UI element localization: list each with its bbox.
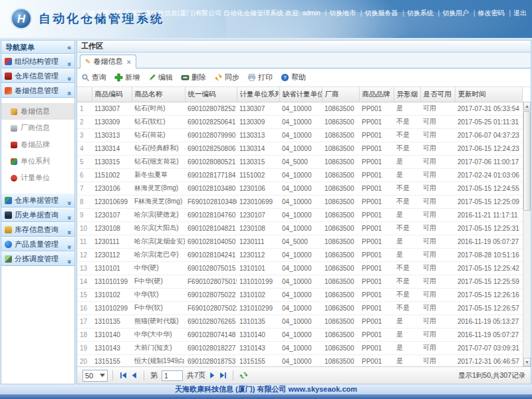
sidebar-group-inventory-query[interactable]: 库存信息查询 » xyxy=(1,222,74,237)
refresh-button[interactable] xyxy=(238,370,249,381)
cell: F6901028103480 xyxy=(185,195,237,208)
column-header[interactable]: 商品编码 xyxy=(92,87,132,102)
sidebar-group-org-structure[interactable]: 组织结构管理 » xyxy=(1,54,74,68)
column-header[interactable]: 是否可用 xyxy=(420,87,455,102)
table-row[interactable]: 131310101中华(硬)6901028075015131010104_100… xyxy=(77,261,523,275)
switch-city-link[interactable]: 切换地市 xyxy=(329,9,356,17)
cell: 是 xyxy=(394,235,420,248)
footer-text: 天海欧康科技信息 (厦门) 有限公司 www.skyseaok.com xyxy=(0,384,532,394)
cell: 10863500 xyxy=(322,235,359,248)
table-row[interactable]: 181310140中华(大中华)6901028074148131014004_1… xyxy=(77,328,523,341)
cell: 1130309 xyxy=(92,115,132,128)
cell: 2017-05-15 12:25:31 xyxy=(455,221,523,235)
sidebar-item-measure-unit[interactable]: 计量单位 xyxy=(1,170,74,186)
sidebar-item-cigarette-brand[interactable]: 卷烟品牌 xyxy=(1,136,74,153)
table-row[interactable]: 61151002新冬虫夏草6901028177184115100204_1000… xyxy=(77,168,523,182)
table-row[interactable]: 51130315钻石(细支荷花)6901028080521113031504_5… xyxy=(77,155,523,168)
column-header[interactable]: 异形烟 xyxy=(394,87,420,102)
table-row[interactable]: 171310135熊猫(硬时代版)6901028076265131013504_… xyxy=(77,315,523,328)
sidebar-item-unit-series[interactable]: 单位系列 xyxy=(1,153,74,170)
tab-close-icon[interactable]: × xyxy=(126,58,130,66)
table-row[interactable]: 31130313钻石(荷花)6901028079990113031304_100… xyxy=(77,128,523,142)
sidebar-group-quality-manage[interactable]: 产品质量管理 » xyxy=(1,237,74,251)
column-header[interactable]: 统一编码 xyxy=(185,87,237,102)
cell: 可用 xyxy=(420,102,455,115)
table-row[interactable]: 91230107哈尔滨(硬德龙)6901028104760123010704_1… xyxy=(77,208,523,221)
cell: 大前门(短支) xyxy=(132,341,185,354)
column-header[interactable]: 更新时间 xyxy=(455,87,523,102)
prev-page-button[interactable] xyxy=(128,370,139,381)
sidebar-header: 导航菜单 « xyxy=(1,41,74,54)
table-row[interactable]: 121230112哈尔滨(老巴夺)6901028104241123011204_… xyxy=(77,248,523,261)
column-header[interactable]: 商品名称 xyxy=(132,87,185,102)
switch-server-link[interactable]: 切换服务器 xyxy=(364,9,398,17)
cell: PP001 xyxy=(359,142,394,155)
page-size-select[interactable]: 50 xyxy=(82,370,108,382)
table-scrollbar[interactable]: ▲ ▼ xyxy=(523,102,531,366)
table-row[interactable]: 201315155恒大(规制1949白亮)6901028018753131515… xyxy=(77,354,523,366)
sidebar-collapse-button[interactable]: « xyxy=(67,41,71,54)
last-page-icon xyxy=(219,372,227,379)
add-button[interactable]: 新增 xyxy=(114,72,140,82)
column-header[interactable]: 计量单位系列 xyxy=(237,87,279,102)
cell: F中华(软) xyxy=(132,301,185,315)
logout-link[interactable]: 退出 xyxy=(513,9,527,17)
table-row[interactable]: 191310143大前门(短支)6901028018227131014304_1… xyxy=(77,341,523,354)
delete-button[interactable]: 删除 xyxy=(181,72,206,82)
cell: 可用 xyxy=(420,128,455,142)
sidebar-group-warehouse-docs[interactable]: 仓库单据管理 » xyxy=(1,193,74,207)
row-index: 7 xyxy=(77,182,92,195)
scroll-down-icon[interactable]: ▼ xyxy=(523,358,531,366)
table-row[interactable]: 41130314钻石(经典醇和)6901028250806113031404_1… xyxy=(77,142,523,155)
tab-cigarette-info[interactable]: ✎ 卷烟信息 × xyxy=(80,55,136,68)
prev-page-icon xyxy=(130,372,138,379)
scroll-up-icon[interactable]: ▲ xyxy=(523,102,531,110)
table-row[interactable]: 111230111哈尔滨(龙烟金安)6901028104050123011104… xyxy=(77,235,523,248)
cell: 是 xyxy=(394,341,420,354)
page-number-input[interactable] xyxy=(162,370,183,381)
cell: 2017-06-07 04:37:23 xyxy=(455,128,523,142)
edit-button[interactable]: 编辑 xyxy=(148,72,173,82)
table-row[interactable]: 21130309钻石(软红)6901028250641113030904_100… xyxy=(77,115,523,128)
cell: 钻石(细支荷花) xyxy=(132,155,185,168)
search-button[interactable]: 查询 xyxy=(81,72,106,82)
change-password-link[interactable]: 修改密码 xyxy=(478,9,505,17)
sidebar-item-factory-info[interactable]: 厂商信息 xyxy=(1,120,74,136)
sidebar-group-warehouse-info[interactable]: 仓库信息管理 » xyxy=(1,68,74,83)
cell: 123010699 xyxy=(92,195,132,208)
table-row[interactable]: 14131010199F中华(硬)F6901028075015131010199… xyxy=(77,275,523,288)
table-row[interactable]: 8123010699F林海灵芝(8mg)F6901028103480123010… xyxy=(77,195,523,208)
sidebar-group-cigarette-info[interactable]: 卷烟信息管理 « xyxy=(1,83,74,98)
scrollbar-thumb[interactable] xyxy=(523,111,531,211)
sidebar-group-history-query[interactable]: 历史单据查询 » xyxy=(1,207,74,222)
sidebar-group-sorting-dispatch[interactable]: 分拣调度管理 » xyxy=(1,251,74,266)
sync-button[interactable]: 同步 xyxy=(214,72,239,82)
cell: 04_10000 xyxy=(279,182,322,195)
column-header[interactable]: 缺省计量单位 xyxy=(279,87,322,102)
last-page-button[interactable] xyxy=(217,370,228,381)
cell: 1130314 xyxy=(237,142,279,155)
table-row[interactable]: 11130307钻石(时尚)6901028078252113030704_100… xyxy=(77,102,523,115)
switch-user-link[interactable]: 切换用户 xyxy=(442,9,469,17)
column-header[interactable]: 商品品牌 xyxy=(359,87,394,102)
cell: 2017-05-25 01:11:31 xyxy=(455,115,523,128)
cell: 不是 xyxy=(394,195,420,208)
sidebar-item-cigarette-info[interactable]: 卷烟信息 xyxy=(1,103,74,120)
cell: 2017-05-15 12:25:59 xyxy=(455,275,523,288)
switch-system-link[interactable]: 切换系统 xyxy=(407,9,434,17)
column-header[interactable]: 厂商 xyxy=(322,87,359,102)
help-button[interactable]: ? 帮助 xyxy=(281,72,306,82)
cell: 1130309 xyxy=(237,115,279,128)
next-page-button[interactable] xyxy=(207,370,217,381)
print-button[interactable]: 打印 xyxy=(247,72,273,82)
cell: 6901028104821 xyxy=(185,221,237,235)
cell: PP001 xyxy=(359,115,394,128)
table-row[interactable]: 16131010299F中华(软)F6901028075022131010299… xyxy=(77,301,523,315)
first-page-button[interactable] xyxy=(118,370,128,381)
top-info-bar: 福建省厦门市 天海欧康科技信息(厦门)有限公司 自动化仓储管理系统 欢迎: ad… xyxy=(82,9,527,18)
table-row[interactable]: 101230108哈尔滨(大阳岛)6901028104821123010804_… xyxy=(77,221,523,235)
cell: 可用 xyxy=(420,315,455,328)
dropdown-arrow-icon xyxy=(100,374,105,377)
table-row[interactable]: 151310102中华(软)6901028075022131010204_100… xyxy=(77,288,523,301)
table-row[interactable]: 71230106林海灵芝(8mg)6901028103480123010604_… xyxy=(77,182,523,195)
